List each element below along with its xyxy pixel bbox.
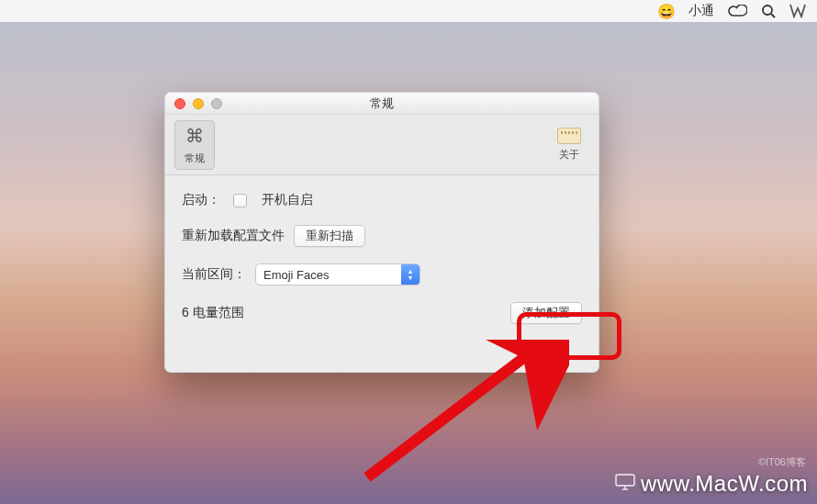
tab-about[interactable]: 关于 [549,120,589,170]
card-icon [557,128,581,144]
command-icon: ⌘ [183,124,207,148]
spotlight-icon[interactable] [760,3,777,19]
tab-general[interactable]: ⌘ 常规 [174,120,215,170]
menubar-user[interactable]: 小通 [688,3,714,19]
autostart-label: 开机自启 [262,192,313,208]
tab-about-label: 关于 [559,148,579,162]
battery-info: 6 电量范围 [182,305,244,321]
watermark-text: www.MacW.com [641,471,808,497]
rescan-button[interactable]: 重新扫描 [294,225,365,247]
autostart-checkbox[interactable] [233,194,247,207]
tab-general-label: 常规 [185,151,205,165]
row-range: 当前区间： Emoji Faces ▲▼ [182,263,582,286]
range-label: 当前区间： [182,266,246,283]
battery-count: 6 [182,305,189,319]
launch-label: 启动： [182,192,224,208]
battery-label: 电量范围 [193,305,244,319]
row-reload: 重新加载配置文件 重新扫描 [182,225,582,247]
reload-label: 重新加载配置文件 [182,228,285,244]
add-config-button[interactable]: 添加配置 [510,302,582,324]
toolbar: ⌘ 常规 关于 [165,115,599,175]
preferences-window: 常规 ⌘ 常规 关于 启动： 开机自启 重新加载配置文件 重新扫描 当前区间： [164,92,599,373]
window-title: 常规 [165,95,599,112]
svg-rect-3 [616,475,634,486]
range-select[interactable]: Emoji Faces ▲▼ [255,263,420,286]
row-footer: 6 电量范围 添加配置 [182,302,582,324]
titlebar: 常规 [165,93,599,115]
svg-line-1 [771,14,775,17]
svg-point-0 [763,6,772,15]
creative-cloud-icon[interactable] [727,5,747,17]
wps-icon[interactable] [789,4,806,18]
select-arrows-icon: ▲▼ [401,264,420,285]
menubar: 😄 小通 [0,0,817,22]
attribution-text: ©IT06博客 [758,455,806,469]
content-area: 启动： 开机自启 重新加载配置文件 重新扫描 当前区间： Emoji Faces… [165,175,599,335]
monitor-icon [615,474,635,495]
row-launch: 启动： 开机自启 [182,192,582,208]
watermark: www.MacW.com [615,471,808,497]
emoji-status-icon[interactable]: 😄 [657,3,676,20]
svg-line-2 [367,358,523,477]
range-select-value: Emoji Faces [256,268,401,282]
